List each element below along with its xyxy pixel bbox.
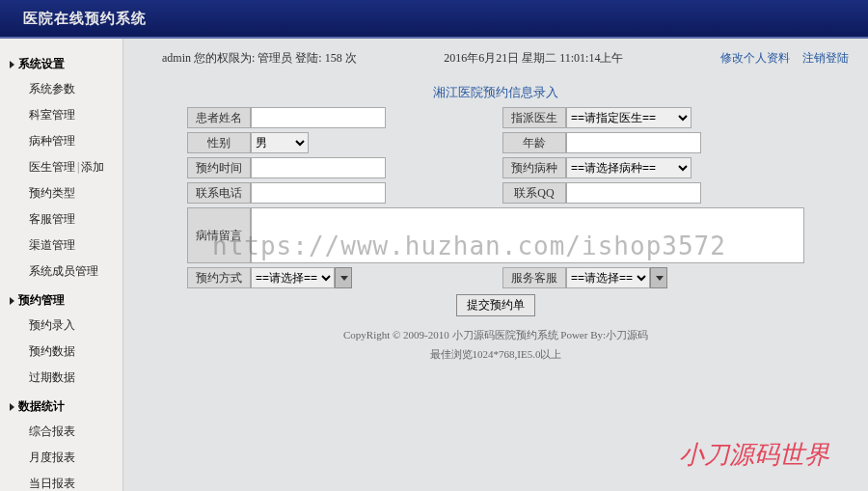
nav-dept-mgmt[interactable]: 科室管理 [0, 102, 122, 128]
nav-disease-mgmt[interactable]: 病种管理 [0, 128, 122, 154]
select-gender[interactable]: 男 [251, 132, 309, 153]
lbl-book-time: 预约时间 [187, 157, 251, 178]
input-book-time[interactable] [251, 157, 386, 178]
lbl-method: 预约方式 [187, 267, 251, 288]
arrow-icon [10, 61, 14, 68]
footer-resolution: 最佳浏览1024*768,IE5.0以上 [139, 345, 853, 365]
nav-group-system: 系统设置 系统参数 科室管理 病种管理 医生管理|添加 预约类型 客服管理 渠道… [0, 52, 122, 285]
nav-group-stats: 数据统计 综合报表 月度报表 当日报表 自定义查询 数据打印统计 [0, 395, 122, 491]
app-title: 医院在线预约系统 [23, 10, 147, 28]
nav-sys-params[interactable]: 系统参数 [0, 76, 122, 102]
arrow-icon [10, 403, 14, 411]
nav-group-booking: 预约管理 预约录入 预约数据 过期数据 [0, 288, 122, 391]
sidebar: 系统设置 系统参数 科室管理 病种管理 医生管理|添加 预约类型 客服管理 渠道… [0, 39, 123, 491]
datetime: 2016年6月21日 星期二 11:01:14上午 [444, 50, 623, 67]
select-method[interactable]: ==请选择== [251, 267, 335, 288]
lbl-service: 服务客服 [502, 267, 566, 288]
nav-channel-mgmt[interactable]: 渠道管理 [0, 232, 122, 259]
select-doctor[interactable]: ==请指定医生== [566, 107, 692, 128]
service-dropdown-icon[interactable] [650, 267, 667, 288]
lbl-gender: 性别 [187, 132, 251, 153]
select-disease[interactable]: ==请选择病种== [566, 157, 692, 178]
input-patient-name[interactable] [251, 107, 386, 128]
method-dropdown-icon[interactable] [335, 267, 352, 288]
lbl-disease: 预约病种 [502, 157, 566, 178]
input-qq[interactable] [566, 182, 701, 204]
nav-head-system[interactable]: 系统设置 [0, 52, 122, 76]
layout: 系统设置 系统参数 科室管理 病种管理 医生管理|添加 预约类型 客服管理 渠道… [0, 39, 868, 491]
footer-copyright: CopyRight © 2009-2010 小刀源码医院预约系统 Power B… [139, 326, 853, 345]
app-header: 医院在线预约系统 [0, 0, 868, 39]
nav-book-entry[interactable]: 预约录入 [0, 313, 122, 339]
top-links: 修改个人资料 注销登陆 [711, 50, 849, 67]
lbl-doctor: 指派医生 [502, 107, 566, 128]
nav-book-data[interactable]: 预约数据 [0, 339, 122, 365]
link-logout[interactable]: 注销登陆 [802, 51, 849, 65]
lbl-qq: 联系QQ [502, 182, 566, 204]
login-info: admin 您的权限为: 管理员 登陆: 158 次 [162, 50, 357, 67]
nav-doctor-mgmt[interactable]: 医生管理|添加 [0, 154, 122, 180]
link-profile[interactable]: 修改个人资料 [720, 51, 790, 65]
textarea-remark[interactable] [251, 207, 804, 263]
lbl-patient-name: 患者姓名 [187, 107, 251, 128]
footer: CopyRight © 2009-2010 小刀源码医院预约系统 Power B… [139, 326, 853, 365]
nav-expired-data[interactable]: 过期数据 [0, 365, 122, 391]
form-title: 湘江医院预约信息录入 [139, 84, 853, 101]
lbl-phone: 联系电话 [187, 182, 251, 204]
nav-member-mgmt[interactable]: 系统成员管理 [0, 259, 122, 285]
nav-report-day[interactable]: 当日报表 [0, 471, 122, 491]
nav-book-type[interactable]: 预约类型 [0, 180, 122, 206]
lbl-remark: 病情留言 [187, 207, 251, 263]
input-phone[interactable] [251, 182, 386, 204]
booking-form: 患者姓名 指派医生 ==请指定医生== 性别 男 年龄 [187, 107, 804, 316]
top-info-bar: admin 您的权限为: 管理员 登陆: 158 次 2016年6月21日 星期… [139, 50, 853, 76]
nav-head-booking[interactable]: 预约管理 [0, 288, 122, 313]
select-service[interactable]: ==请选择== [566, 267, 650, 288]
nav-head-stats[interactable]: 数据统计 [0, 395, 122, 419]
nav-report-month[interactable]: 月度报表 [0, 445, 122, 471]
lbl-age: 年龄 [502, 132, 566, 153]
nav-report-all[interactable]: 综合报表 [0, 419, 122, 445]
input-age[interactable] [566, 132, 701, 153]
nav-service-mgmt[interactable]: 客服管理 [0, 206, 122, 232]
arrow-icon [10, 297, 14, 305]
submit-button[interactable]: 提交预约单 [456, 294, 535, 316]
main-content: admin 您的权限为: 管理员 登陆: 158 次 2016年6月21日 星期… [123, 39, 868, 491]
